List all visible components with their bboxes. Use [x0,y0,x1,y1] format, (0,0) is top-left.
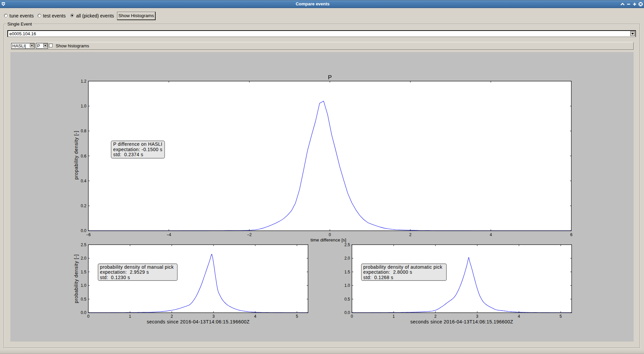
svg-text:−6: −6 [86,232,91,237]
svg-text:0.2: 0.2 [81,204,87,208]
svg-text:1.2: 1.2 [81,79,87,84]
svg-text:1.0: 1.0 [81,283,87,288]
svg-text:std: 0.2374 s: std: 0.2374 s [113,152,144,157]
svg-text:3: 3 [476,314,478,319]
svg-text:5: 5 [559,314,562,319]
svg-text:−2: −2 [247,232,252,237]
svg-text:P: P [328,74,332,81]
svg-text:P difference on HASLI: P difference on HASLI [113,141,162,147]
svg-text:std: 0.1268 s: std: 0.1268 s [363,275,393,280]
svg-text:1.0: 1.0 [344,283,350,288]
svg-text:2.0: 2.0 [344,256,350,261]
svg-text:std: 0.1230 s: std: 0.1230 s [100,275,130,280]
svg-text:expectation: 2.9529 s: expectation: 2.9529 s [100,269,149,275]
svg-text:seconds since 2016-04-13T14:06: seconds since 2016-04-13T14:06:15.196600… [147,319,250,324]
svg-text:6: 6 [570,232,573,237]
svg-text:0.6: 0.6 [81,154,87,159]
svg-text:3: 3 [212,314,215,319]
svg-text:2: 2 [434,314,437,319]
svg-text:probability density of automat: probability density of automatic pick [363,264,442,270]
svg-text:0.5: 0.5 [81,297,87,302]
svg-text:0.0: 0.0 [81,228,87,233]
svg-text:time difference [s]: time difference [s] [311,237,346,242]
svg-text:0: 0 [87,314,90,319]
svg-text:propability density [-]: propability density [-] [73,131,79,180]
svg-text:1.5: 1.5 [344,270,350,274]
svg-text:0: 0 [351,314,353,319]
svg-text:1.5: 1.5 [81,270,87,274]
svg-text:5: 5 [296,314,298,319]
svg-text:0.0: 0.0 [344,310,350,315]
svg-text:2: 2 [171,314,173,319]
svg-text:0.4: 0.4 [81,179,87,183]
svg-text:−4: −4 [167,232,171,237]
svg-text:4: 4 [254,314,257,319]
svg-text:0: 0 [329,232,331,237]
svg-text:0.0: 0.0 [81,310,87,315]
svg-text:4: 4 [518,314,520,319]
svg-text:expectation: 2.8000 s: expectation: 2.8000 s [363,269,412,275]
svg-text:0.5: 0.5 [344,297,350,302]
svg-text:1: 1 [129,314,131,319]
svg-text:2: 2 [409,232,412,237]
svg-text:2.5: 2.5 [81,242,87,247]
svg-text:0.8: 0.8 [81,129,87,133]
svg-text:1.0: 1.0 [81,104,87,108]
svg-text:2.5: 2.5 [344,242,350,247]
svg-text:seconds since 2016-04-13T14:06: seconds since 2016-04-13T14:06:15.196600… [410,319,513,324]
svg-text:probability density of manual: probability density of manual pick [100,264,174,270]
svg-text:probability density [-]: probability density [-] [73,254,79,303]
svg-text:4: 4 [490,232,492,237]
svg-text:1: 1 [392,314,395,319]
svg-text:expectation: -0.1500 s: expectation: -0.1500 s [113,147,163,152]
svg-text:2.0: 2.0 [81,256,87,261]
